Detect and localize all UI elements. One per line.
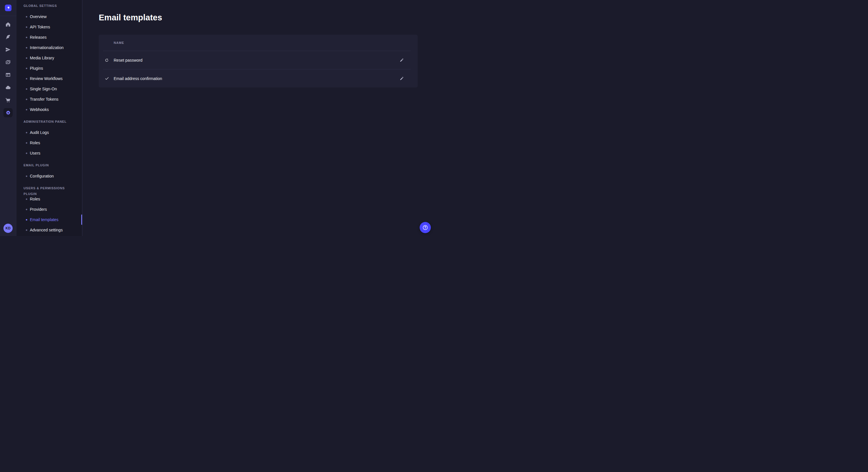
bullet-icon [26, 37, 27, 38]
bullet-icon [26, 99, 27, 100]
email-templates-table: NAME Reset password [99, 35, 417, 88]
paper-plane-icon[interactable] [2, 43, 14, 56]
sidebar-item-review-workflows[interactable]: Review Workflows [17, 73, 82, 84]
sidebar-item-single-sign-on[interactable]: Single Sign-On [17, 84, 82, 94]
edit-button[interactable] [397, 56, 406, 65]
template-name: Email address confirmation [114, 76, 397, 81]
section-users-permissions-plugin: USERS & PERMISSIONS PLUGIN Roles Provide… [17, 185, 82, 235]
sidebar-item-plugins[interactable]: Plugins [17, 63, 82, 73]
home-icon[interactable] [2, 18, 14, 31]
bullet-icon [26, 68, 27, 69]
home-icon-glyph [3, 20, 12, 29]
template-name: Reset password [114, 58, 397, 63]
bullet-icon [26, 209, 27, 210]
page-title: Email templates [99, 12, 417, 23]
bullet-icon [26, 142, 27, 144]
feather-icon-glyph [3, 32, 12, 42]
bullet-icon [26, 132, 27, 133]
rail-icon-list [0, 16, 16, 119]
sidebar-item-releases[interactable]: Releases [17, 32, 82, 42]
bullet-icon [26, 78, 27, 79]
section-title: USERS & PERMISSIONS PLUGIN [17, 185, 82, 191]
sidebar-item-admin-users[interactable]: Users [17, 148, 82, 158]
table-header-row: NAME [99, 35, 417, 51]
section-email-plugin: EMAIL PLUGIN Configuration [17, 162, 82, 181]
sidebar-item-providers[interactable]: Providers [17, 204, 82, 214]
gear-icon[interactable] [2, 106, 14, 119]
check-icon [103, 76, 110, 80]
main-content: Email templates NAME Reset password [82, 0, 434, 236]
media-library-icon-glyph [3, 58, 12, 67]
sidebar-item-webhooks[interactable]: Webhooks [17, 104, 82, 115]
cloud-icon[interactable] [2, 81, 14, 94]
cart-icon[interactable] [2, 94, 14, 106]
sidebar-item-advanced-settings[interactable]: Advanced settings [17, 225, 82, 235]
section-title: GLOBAL SETTINGS [17, 3, 82, 9]
bullet-icon [26, 26, 27, 28]
bullet-icon [26, 229, 27, 231]
media-library-icon[interactable] [2, 56, 14, 69]
bullet-icon [26, 198, 27, 200]
sidebar-item-internationalization[interactable]: Internationalization [17, 42, 82, 53]
feather-icon[interactable] [2, 31, 14, 43]
sidebar-item-transfer-tokens[interactable]: Transfer Tokens [17, 94, 82, 104]
layout-icon-glyph [3, 70, 12, 79]
column-header-name: NAME [114, 41, 124, 44]
icon-sidebar: KD [0, 0, 17, 236]
bullet-icon [26, 219, 27, 221]
avatar[interactable]: KD [3, 224, 12, 233]
cloud-icon-glyph [3, 83, 12, 92]
gear-icon-glyph [3, 108, 12, 117]
layout-icon[interactable] [2, 69, 14, 81]
sidebar-item-overview[interactable]: Overview [17, 11, 82, 22]
sidebar-item-media-library[interactable]: Media Library [17, 53, 82, 63]
sidebar-item-email-templates[interactable]: Email templates [17, 214, 82, 225]
section-administration-panel: ADMINISTRATION PANEL Audit Logs Roles Us… [17, 119, 82, 158]
table-row-reset-password[interactable]: Reset password [99, 51, 417, 69]
bullet-icon [26, 175, 27, 177]
strapi-logo-icon[interactable] [5, 5, 11, 11]
sidebar-item-admin-roles[interactable]: Roles [17, 138, 82, 148]
sidebar-item-audit-logs[interactable]: Audit Logs [17, 127, 82, 138]
bullet-icon [26, 109, 27, 110]
section-title: EMAIL PLUGIN [17, 162, 82, 168]
refresh-icon [103, 58, 110, 62]
sidebar-item-up-roles[interactable]: Roles [17, 194, 82, 204]
bullet-icon [26, 57, 27, 59]
question-mark-icon [422, 225, 428, 231]
paper-plane-icon-glyph [3, 45, 12, 54]
sidebar-item-configuration[interactable]: Configuration [17, 171, 82, 181]
section-global-settings: GLOBAL SETTINGS Overview API Tokens Rele… [17, 3, 82, 115]
bullet-icon [26, 153, 27, 154]
bullet-icon [26, 88, 27, 90]
edit-button[interactable] [397, 74, 406, 83]
pencil-icon [400, 58, 404, 62]
help-button[interactable] [420, 222, 431, 233]
section-title: ADMINISTRATION PANEL [17, 119, 82, 125]
cart-icon-glyph [3, 96, 12, 105]
logo-container [0, 0, 16, 16]
sidebar-item-api-tokens[interactable]: API Tokens [17, 22, 82, 32]
table-row-email-address-confirmation[interactable]: Email address confirmation [99, 69, 417, 88]
settings-subnav: GLOBAL SETTINGS Overview API Tokens Rele… [17, 0, 82, 236]
pencil-icon [400, 76, 404, 80]
bullet-icon [26, 47, 27, 48]
bullet-icon [26, 16, 27, 18]
